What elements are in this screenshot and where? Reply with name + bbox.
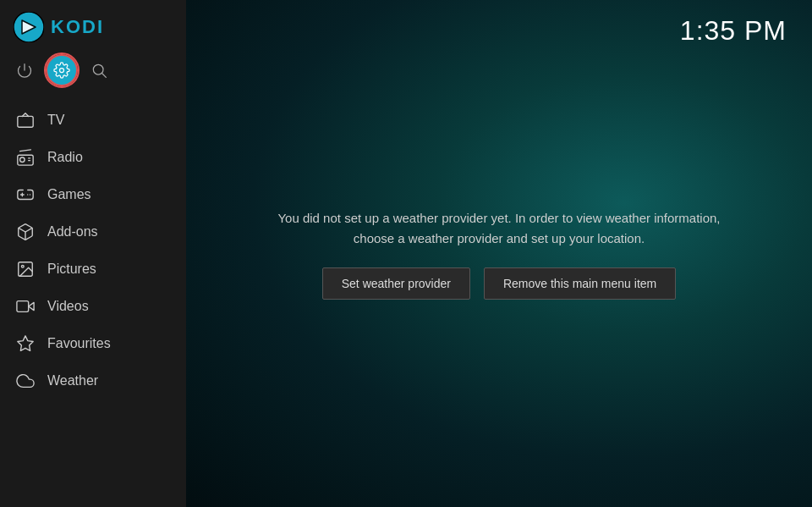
tv-icon	[15, 110, 36, 130]
weather-icon	[15, 371, 36, 391]
sidebar-controls	[0, 51, 186, 95]
app-title: KODI	[51, 16, 104, 38]
sidebar-item-tv[interactable]: TV	[0, 102, 186, 139]
weather-message: You did not set up a weather provider ye…	[262, 208, 736, 249]
search-button[interactable]	[83, 54, 115, 86]
sidebar-item-radio-label: Radio	[47, 150, 83, 165]
weather-dialog: You did not set up a weather provider ye…	[262, 208, 736, 300]
app-header: KODI	[0, 0, 186, 51]
sidebar-item-games-label: Games	[47, 187, 91, 202]
sidebar-item-videos-label: Videos	[47, 299, 89, 314]
pictures-icon	[15, 259, 36, 279]
addons-icon	[15, 222, 36, 242]
settings-button[interactable]	[46, 54, 78, 86]
sidebar-item-games[interactable]: Games	[0, 176, 186, 213]
sidebar-item-addons[interactable]: Add-ons	[0, 213, 186, 251]
svg-marker-11	[29, 302, 34, 310]
time-display: 1:35 PM	[680, 15, 787, 47]
svg-point-2	[60, 69, 64, 73]
sidebar-item-pictures[interactable]: Pictures	[0, 251, 186, 288]
svg-rect-12	[17, 301, 29, 312]
set-weather-provider-button[interactable]: Set weather provider	[322, 267, 470, 300]
power-button[interactable]	[8, 54, 41, 86]
radio-icon	[15, 147, 36, 168]
svg-point-10	[21, 265, 24, 267]
sidebar-item-weather[interactable]: Weather	[0, 362, 186, 400]
sidebar: KODI	[0, 0, 186, 507]
main-content: 1:35 PM You did not set up a weather pro…	[186, 0, 812, 507]
weather-action-buttons: Set weather provider Remove this main me…	[322, 267, 676, 300]
sidebar-item-favourites[interactable]: Favourites	[0, 325, 186, 362]
sidebar-item-tv-label: TV	[47, 113, 64, 128]
svg-marker-13	[18, 336, 33, 350]
sidebar-item-weather-label: Weather	[47, 373, 98, 389]
sidebar-item-videos[interactable]: Videos	[0, 288, 186, 325]
videos-icon	[15, 296, 36, 317]
kodi-logo-icon	[14, 12, 44, 42]
sidebar-item-favourites-label: Favourites	[47, 336, 111, 351]
games-icon	[15, 185, 36, 205]
svg-point-3	[93, 64, 103, 74]
svg-line-4	[102, 74, 107, 78]
favourites-icon	[15, 333, 36, 354]
svg-rect-5	[18, 116, 33, 127]
svg-point-7	[20, 157, 25, 163]
sidebar-item-addons-label: Add-ons	[47, 224, 98, 240]
main-nav: TV Radio Games	[0, 95, 186, 507]
remove-menu-item-button[interactable]: Remove this main menu item	[484, 267, 676, 300]
sidebar-item-pictures-label: Pictures	[47, 262, 96, 277]
sidebar-item-radio[interactable]: Radio	[0, 139, 186, 176]
